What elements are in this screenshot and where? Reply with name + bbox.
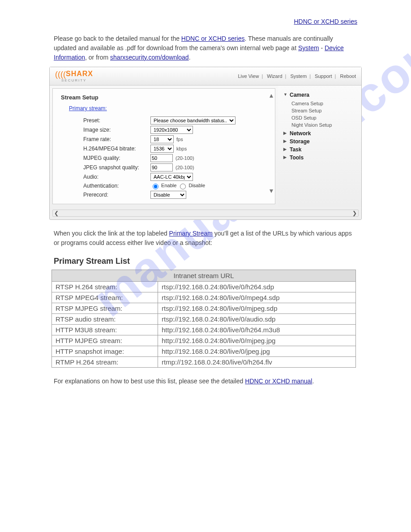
sidebar-item-network[interactable]: Network [284, 130, 358, 137]
jpeg-range: (20-100) [176, 165, 194, 170]
preset-label: Preset: [83, 117, 150, 124]
sidebar-item-task[interactable]: Task [284, 146, 358, 153]
bottom-manual-link[interactable]: HDNC or XCHD manual [245, 378, 312, 385]
nav-wizard[interactable]: Wizard [267, 73, 282, 79]
primary-stream-list-heading: Primary Stream List [54, 257, 384, 266]
sidebar-sub-osd-setup[interactable]: OSD Setup [291, 114, 358, 121]
table-row: RTSP MPEG4 stream:rtsp://192.168.0.24:80… [52, 292, 356, 303]
system-link[interactable]: System [298, 44, 319, 51]
sidebar-sub-camera-setup[interactable]: Camera Setup [291, 100, 358, 107]
primary-stream-text-link[interactable]: Primary Stream [169, 230, 213, 237]
vertical-scrollbar[interactable] [269, 94, 274, 193]
preset-select[interactable]: Please choose bandwidth status... [150, 116, 235, 124]
prerecord-select[interactable]: Disable [150, 191, 186, 199]
mjpeg-input[interactable] [150, 154, 173, 162]
table-row: RTSP MJPEG stream:rtsp://192.168.0.24:80… [52, 303, 356, 314]
top-nav: Live View| Wizard| System| Support| Rebo… [238, 73, 356, 79]
table-row: RTSP H.264 stream:rtsp://192.168.0.24:80… [52, 282, 356, 292]
jpeg-input[interactable] [150, 163, 173, 172]
mjpeg-label: MJPEG quality: [83, 155, 150, 161]
scroll-left-icon[interactable]: ❮ [54, 210, 59, 216]
auth-disable-radio[interactable] [180, 184, 186, 189]
sidebar-sub-night-vision[interactable]: Night Vision Setup [291, 121, 358, 129]
frame-rate-label: Frame rate: [83, 136, 150, 142]
logo-subtext: SECURITY [61, 78, 93, 82]
audio-label: Audio: [83, 174, 150, 180]
download-link[interactable]: sharxsecurity.com/download [110, 54, 189, 61]
sidebar-item-camera[interactable]: Camera [284, 92, 358, 98]
panel-title: Stream Setup [61, 94, 267, 101]
sidebar: Camera Camera Setup Stream Setup OSD Set… [278, 86, 361, 207]
primary-stream-link[interactable]: Primary stream: [69, 105, 107, 112]
image-size-label: Image size: [83, 127, 150, 133]
nav-support[interactable]: Support [315, 73, 332, 79]
image-size-select[interactable]: 1920x1080 [150, 126, 193, 134]
table-row: RTSP audio stream:rtsp://192.168.0.24:80… [52, 314, 356, 325]
mid-paragraph: When you click the link at the top label… [54, 229, 357, 248]
fps-suffix: fps [176, 137, 183, 142]
bitrate-label: H.264/MPEG4 bitrate: [83, 146, 150, 152]
kbps-suffix: kbps [176, 146, 187, 151]
top-series-link[interactable]: HDNC or XCHD series [294, 18, 357, 25]
table-row: HTTP M3U8 stream:http://192.168.0.24:80/… [52, 325, 356, 335]
intro-paragraph: Please go back to the detailed manual fo… [54, 34, 357, 62]
table-row: HTTP snapshot image:http://192.168.0.24:… [52, 346, 356, 357]
nav-reboot[interactable]: Reboot [340, 73, 356, 79]
logo-text: SHARX [66, 70, 93, 77]
sidebar-sub-stream-setup[interactable]: Stream Setup [291, 107, 358, 114]
bottom-paragraph: For explanations on how to best use this… [54, 377, 357, 386]
series-link[interactable]: HDNC or XCHD series [181, 35, 245, 42]
prerecord-label: Prerecord: [83, 192, 150, 198]
mjpeg-range: (20-100) [176, 155, 194, 161]
sidebar-item-tools[interactable]: Tools [284, 154, 358, 161]
horizontal-scrollbar[interactable]: ❮ ❯ [52, 210, 359, 217]
jpeg-label: JPEG snapshot quality: [83, 164, 150, 171]
auth-enable-radio[interactable] [153, 184, 158, 189]
logo-icon: (((( [55, 70, 66, 79]
sidebar-item-storage[interactable]: Storage [284, 138, 358, 145]
table-row: HTTP MJPEG stream:http://192.168.0.24:80… [52, 335, 356, 346]
auth-label: Authentication: [83, 183, 150, 189]
scroll-right-icon[interactable]: ❯ [352, 210, 357, 216]
nav-live-view[interactable]: Live View [238, 73, 259, 79]
camera-admin-screenshot: ((((SHARX SECURITY Live View| Wizard| Sy… [49, 67, 362, 220]
stream-url-table: Intranet stream URL RTSP H.264 stream:rt… [51, 270, 356, 368]
bitrate-select[interactable]: 1536 [150, 145, 174, 153]
table-header: Intranet stream URL [52, 270, 356, 282]
table-row: RTMP H.264 stream:rtmp://192.168.0.24:80… [52, 357, 356, 368]
nav-system[interactable]: System [290, 73, 307, 79]
audio-select[interactable]: AAC-LC 40kbps [150, 173, 193, 181]
frame-rate-select[interactable]: 18 [150, 135, 174, 143]
